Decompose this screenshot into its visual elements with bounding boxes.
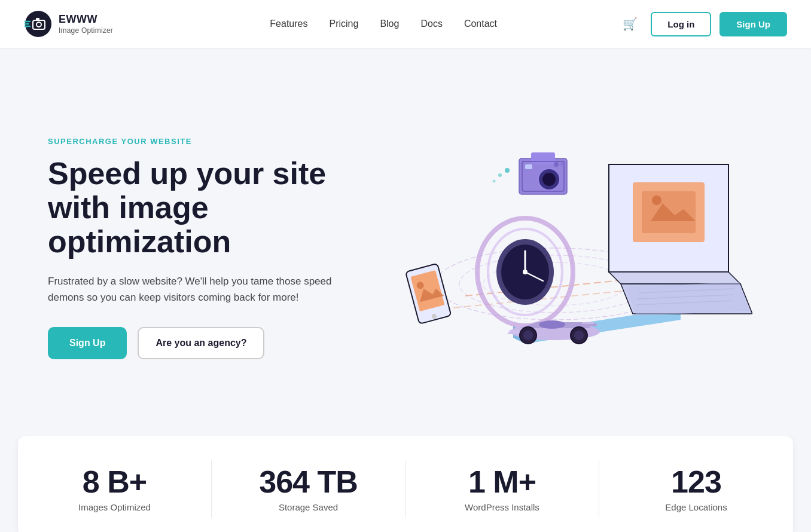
stat-item-1: 364 TB Storage Saved	[212, 460, 406, 518]
stat-label-0: Images Optimized	[78, 502, 151, 512]
svg-point-55	[523, 331, 533, 340]
stat-label-1: Storage Saved	[279, 502, 338, 512]
svg-marker-15	[609, 272, 740, 284]
stat-label-3: Edge Locations	[665, 502, 727, 512]
cart-button[interactable]: 🛒	[618, 12, 642, 36]
hero-title: Speed up your site with image optimizati…	[48, 157, 335, 259]
svg-point-40	[505, 168, 510, 173]
svg-point-38	[554, 162, 559, 167]
nav-signup-button[interactable]: Sign Up	[719, 12, 787, 36]
logo[interactable]: EWWW Image Optimizer	[24, 10, 113, 38]
navbar: EWWW Image Optimizer Features Pricing Bl…	[0, 0, 811, 48]
nav-links: Features Pricing Blog Docs Contact	[149, 19, 618, 29]
svg-point-41	[498, 173, 502, 177]
nav-blog[interactable]: Blog	[380, 19, 399, 29]
hero-signup-button[interactable]: Sign Up	[48, 327, 127, 359]
stat-number-0: 8 B+	[83, 466, 147, 497]
nav-contact[interactable]: Contact	[464, 19, 497, 29]
svg-point-57	[574, 331, 584, 340]
stat-label-2: WordPress Installs	[465, 502, 539, 512]
svg-rect-53	[582, 322, 594, 324]
hero-buttons: Sign Up Are you an agency?	[48, 327, 335, 359]
stat-number-1: 364 TB	[259, 466, 358, 497]
hero-content: SUPERCHARGE YOUR WEBSITE Speed up your s…	[48, 137, 335, 360]
hero-agency-button[interactable]: Are you an agency?	[138, 327, 264, 359]
cart-icon: 🛒	[623, 17, 638, 30]
stats-bar: 8 B+ Images Optimized 364 TB Storage Sav…	[18, 436, 793, 532]
hero-illustration	[335, 99, 763, 398]
svg-point-42	[493, 180, 496, 183]
hero-eyebrow: SUPERCHARGE YOUR WEBSITE	[48, 137, 335, 146]
stat-item-3: 123 Edge Locations	[599, 460, 793, 518]
svg-rect-33	[531, 152, 555, 164]
stat-item-2: 1 M+ WordPress Installs	[406, 460, 599, 518]
hero-section: SUPERCHARGE YOUR WEBSITE Speed up your s…	[0, 48, 811, 436]
svg-marker-24	[626, 282, 750, 316]
nav-docs[interactable]: Docs	[420, 19, 442, 29]
svg-rect-37	[525, 164, 532, 169]
svg-rect-6	[36, 18, 39, 20]
logo-icon	[24, 10, 53, 38]
nav-features[interactable]: Features	[270, 19, 307, 29]
svg-point-20	[652, 195, 661, 205]
hero-description: Frustrated by a slow website? We'll help…	[48, 273, 335, 305]
nav-pricing[interactable]: Pricing	[329, 19, 358, 29]
svg-point-36	[542, 173, 556, 186]
svg-point-31	[523, 270, 528, 274]
logo-text: EWWW Image Optimizer	[59, 13, 113, 35]
stat-number-3: 123	[671, 466, 721, 497]
stat-number-2: 1 M+	[468, 466, 536, 497]
svg-point-50	[539, 320, 565, 329]
nav-right: 🛒 Log in Sign Up	[618, 12, 787, 36]
brand-subtitle: Image Optimizer	[59, 26, 113, 35]
brand-title: EWWW	[59, 13, 113, 26]
stat-item-0: 8 B+ Images Optimized	[18, 460, 212, 518]
hero-svg	[346, 105, 752, 392]
login-button[interactable]: Log in	[651, 12, 711, 36]
svg-point-39	[560, 163, 564, 166]
